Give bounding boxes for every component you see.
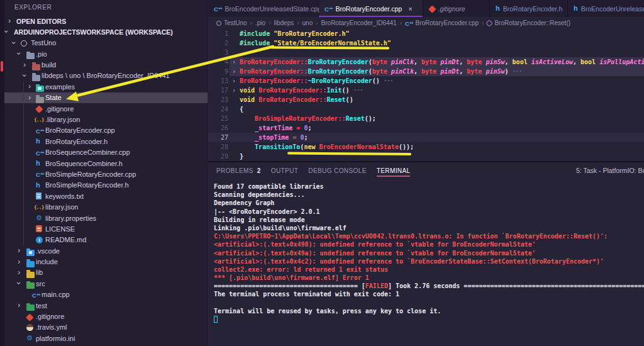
code-line-27[interactable]: 27 _stopTime = 0; [208,133,644,142]
code-line-9[interactable]: 9›BroRotaryEncoder::BroRotaryEncoder(byt… [208,67,644,76]
chevron-right-icon[interactable]: › [28,81,31,91]
terminal-task-label[interactable]: 5: Task - PlatformIO: Bu [576,167,644,174]
breadcrumb-label: BroRotaryEncoder_ID6441 [321,20,397,26]
tree-item-brorotaryencoder-h[interactable]: hBroRotaryEncoder.h [0,136,208,147]
breadcrumb-item[interactable]: TestUno [216,20,247,26]
chevron-right-icon[interactable]: › [23,60,26,70]
chevron-right-icon[interactable]: › [28,92,31,103]
tree-item--pio[interactable]: ›.pio [0,48,208,59]
terminal-output[interactable]: Found 17 compatible librariesScanning de… [214,182,644,323]
line-number: 17 [208,86,228,95]
tree-item-label: libdeps \ uno \ BroRotaryEncoder_ID6441 [42,71,170,81]
fold-chevron-icon[interactable]: › [232,57,236,67]
breadcrumb-item[interactable]: libdeps [274,20,294,26]
terminal-line: Found 17 compatible libraries [214,182,644,191]
code-line-3[interactable]: 3 [208,48,644,57]
chevron-right-icon[interactable]: › [8,16,11,26]
chevron-right-icon[interactable]: › [18,245,20,255]
line-number: 27 [208,133,228,142]
tree-item-label: BroSimpleRotaryEncoder.h [45,181,129,190]
chevron-right-icon[interactable]: › [18,257,20,267]
close-icon[interactable]: × [408,5,412,13]
code-line-28[interactable]: 28 TransitionTo(new BroEncoderNormalStat… [208,142,644,152]
editor-tab-broencoderunreleasedstate-h[interactable]: hBroEncoderUnreleasedState.h [568,0,644,17]
tree-item-build[interactable]: ›build [0,60,208,70]
code-editor[interactable]: 1#include "BroRotaryEncoder.h"2#include … [208,29,644,161]
tree-item--gitignore[interactable]: .gitignore [0,103,208,114]
code-line-26[interactable]: 26 _startTime = 0; [208,123,644,133]
chevron-down-icon[interactable]: › [14,52,24,55]
editor-tabbar: C++BroEncoderUnreleasedState.cppC++BroRo… [208,0,644,17]
fold-chevron-icon[interactable]: › [232,67,236,76]
line-number: 26 [208,123,228,133]
code-line-24[interactable]: 24{ [208,104,644,114]
tree-item--library-json[interactable]: {..}.library.json [0,114,208,125]
chevron-down-icon[interactable]: › [19,74,30,77]
code-line-2[interactable]: 2#include "State/BroEncoderNormalState.h… [208,38,644,48]
tree-item-testuno[interactable]: ›TestUno [0,38,208,48]
tree-item--travis-yml[interactable]: .travis.yml [0,322,208,333]
panel-tab-terminal[interactable]: TERMINAL [377,162,411,179]
code-line-29[interactable]: 29} [208,152,644,161]
panel-tab-output[interactable]: OUTPUT [271,162,299,179]
code-text: BroRotaryEncoder::BroRotaryEncoder(byte … [240,57,644,67]
section-header[interactable]: ›OPEN EDITORS [0,16,208,26]
tree-item-brosimplerotaryencoder-h[interactable]: hBroSimpleRotaryEncoder.h [0,180,208,191]
editor-area: C++BroEncoderUnreleasedState.cppC++BroRo… [208,0,644,346]
code-line-1[interactable]: 1#include "BroRotaryEncoder.h" [208,29,644,38]
tree-item-platformio-ini[interactable]: ⚙platformio.ini [0,333,208,343]
tree-item-examples[interactable]: ›examples [0,81,208,92]
terminal-line: Scanning dependencies... [214,191,644,199]
tree-item-brosimplerotaryencoder-cpp[interactable]: C++BroSimpleRotaryEncoder.cpp [0,169,208,179]
tree-item-src[interactable]: ›src [0,278,208,289]
folder-icon [36,97,44,103]
breadcrumb-item[interactable]: BroRotaryEncoder::Reset() [487,20,570,26]
tree-item--vscode[interactable]: ›.vscode [0,245,208,256]
fold-chevron-icon[interactable]: › [232,86,236,95]
tree-item-test[interactable]: ›test [0,300,208,311]
tree-item-include[interactable]: ›include [0,257,208,267]
code-line-17[interactable]: 17›void BroRotaryEncoder::Init() ··· [208,86,644,95]
tree-item-library-json[interactable]: {..}library.json [0,202,208,213]
tree-item-label: main.cpp [42,290,70,299]
tree-item-lib[interactable]: ›lib [0,267,208,278]
tree-item-libdeps-uno-brorotaryencoder-id6441[interactable]: ›libdeps \ uno \ BroRotaryEncoder_ID6441 [0,70,208,81]
tree-item-brosequencecombiner-cpp[interactable]: C++BroSequenceCombiner.cpp [0,147,208,158]
panel-tab-debug-console[interactable]: DEBUG CONSOLE [308,162,366,179]
tree-item-license[interactable]: LICENSE [0,223,208,234]
terminal-line: ====================================== [… [214,282,644,290]
fold-chevron-icon[interactable]: › [232,76,236,86]
breadcrumb-separator: › [482,20,484,26]
tree-item-keywords-txt[interactable]: keywords.txt [0,191,208,201]
tree-item-brosequencecombiner-h[interactable]: hBroSequenceCombiner.h [0,158,208,169]
code-line-25[interactable]: 25 BroSimpleRotaryEncoder::Reset(); [208,114,644,123]
tree-item-label: lib [36,268,43,277]
breadcrumb-item[interactable]: C++BroRotaryEncoder.cpp [405,20,479,27]
code-text: } [240,152,243,161]
breadcrumb: TestUno›.pio›libdeps›uno›BroRotaryEncode… [208,17,644,29]
tree-item-state[interactable]: ›State [0,92,208,103]
breadcrumb-item[interactable]: BroRotaryEncoder_ID6441 [321,20,397,26]
tree-item-label: OPEN EDITORS [16,17,66,26]
editor-tab--gitignore[interactable]: .gitignore [423,0,490,17]
breadcrumb-item[interactable]: uno [303,20,313,26]
breadcrumb-item[interactable]: .pio [255,20,265,26]
tree-item-readme-md[interactable]: iREADME.md [0,235,208,245]
editor-tab-brorotaryencoder-cpp[interactable]: C++BroRotaryEncoder.cpp× [319,0,423,17]
tree-item--gitignore[interactable]: .gitignore [0,311,208,322]
code-line-23[interactable]: 23void BroRotaryEncoder::Reset() [208,95,644,104]
tree-item-brorotaryencoder-cpp[interactable]: C++BroRotaryEncoder.cpp [0,125,208,136]
editor-tab-broencoderunreleasedstate-cpp[interactable]: C++BroEncoderUnreleasedState.cpp [208,0,319,17]
chevron-right-icon[interactable]: › [18,300,20,310]
chevron-down-icon[interactable]: › [14,282,24,284]
panel-tab-problems[interactable]: PROBLEMS2 [216,162,261,179]
tree-item-main-cpp[interactable]: C++main.cpp [0,289,208,300]
tree-item-library-properties[interactable]: ⚙library.properties [0,213,208,223]
code-line-4[interactable]: 4›BroRotaryEncoder::BroRotaryEncoder(byt… [208,57,644,67]
terminal-line: |-- <BroRotaryEncoder> 2.0.1 [214,208,644,216]
chevron-down-icon[interactable]: › [9,42,19,44]
section-header[interactable]: ›ARDUINOPROJECTSWORKSPACE (WORKSPACE) [0,26,208,37]
editor-tab-brorotaryencoder-h[interactable]: hBroRotaryEncoder.h [490,0,568,17]
code-line-13[interactable]: 13›BroRotaryEncoder::~BroRotaryEncoder()… [208,76,644,86]
chevron-right-icon[interactable]: › [18,267,20,277]
